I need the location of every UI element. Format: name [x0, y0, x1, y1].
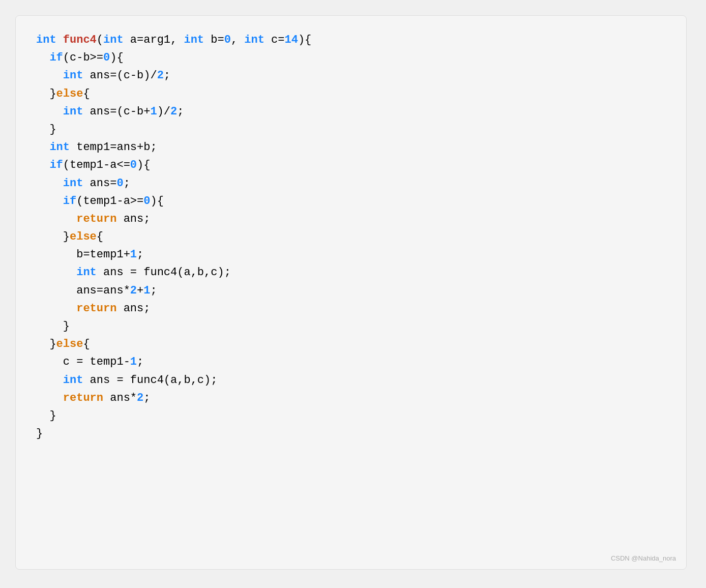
code-content: int func4(int a=arg1, int b=0, int c=14)…: [36, 31, 666, 443]
code-block: int func4(int a=arg1, int b=0, int c=14)…: [15, 15, 687, 570]
watermark-text: CSDN @Nahida_nora: [611, 554, 676, 562]
